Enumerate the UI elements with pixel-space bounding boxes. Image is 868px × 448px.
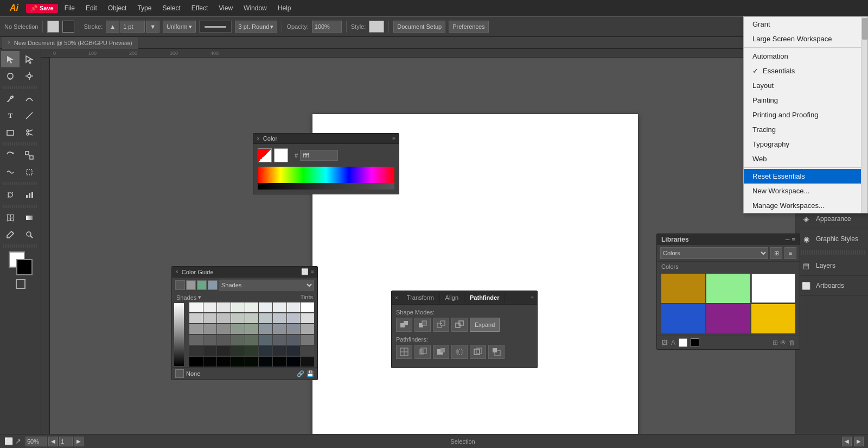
- cg-cell[interactable]: [189, 357, 203, 367]
- cg-swatch-4[interactable]: [208, 280, 218, 290]
- minus-back-btn[interactable]: [488, 345, 505, 359]
- library-color-5[interactable]: [706, 304, 750, 333]
- pathfinder-menu[interactable]: ≡: [531, 295, 534, 301]
- document-setup-btn[interactable]: Document Setup: [393, 21, 445, 33]
- cg-link-icon[interactable]: 🔗: [297, 370, 304, 377]
- brush-type-btn[interactable]: 3 pt. Round ▾: [235, 21, 278, 33]
- select-tool[interactable]: [1, 51, 20, 67]
- dropdown-grant[interactable]: Grant: [744, 17, 867, 31]
- outline-btn[interactable]: [470, 345, 486, 359]
- cg-cell[interactable]: [301, 302, 314, 312]
- dropdown-large-screen[interactable]: Large Screen Workspace: [744, 31, 867, 46]
- pen-tool[interactable]: [1, 91, 20, 107]
- menu-view[interactable]: View: [214, 3, 237, 13]
- trim-btn[interactable]: [414, 345, 431, 359]
- divide-btn[interactable]: [396, 345, 412, 359]
- color-stroke-swatch[interactable]: [274, 148, 288, 162]
- intersect-btn[interactable]: [433, 318, 449, 332]
- lib-add-icon[interactable]: 🖼: [661, 339, 668, 346]
- libraries-list-view[interactable]: ≡: [784, 247, 796, 259]
- opacity-input[interactable]: [312, 21, 342, 33]
- libraries-menu[interactable]: ≡: [792, 236, 795, 243]
- cg-cell[interactable]: [259, 357, 272, 367]
- libraries-collapse[interactable]: ─: [786, 236, 790, 243]
- zoom-prev-btn[interactable]: ◀: [48, 437, 58, 446]
- cg-cell[interactable]: [203, 335, 217, 345]
- menu-effect[interactable]: Effect: [187, 3, 212, 13]
- stroke-type-btn[interactable]: Uniform ▾: [163, 21, 196, 33]
- cg-cell[interactable]: [287, 346, 301, 356]
- color-spectrum-dark[interactable]: [258, 183, 394, 190]
- cg-cell[interactable]: [231, 302, 245, 312]
- cg-cell[interactable]: [273, 302, 286, 312]
- color-panel-close[interactable]: ×: [257, 136, 260, 142]
- cg-cell[interactable]: [273, 346, 286, 356]
- cg-cell[interactable]: [301, 313, 314, 323]
- stroke-style-preview[interactable]: [199, 21, 232, 33]
- cg-cell[interactable]: [231, 313, 245, 323]
- cg-swatch-1[interactable]: [175, 280, 185, 290]
- color-spectrum[interactable]: [258, 167, 394, 183]
- color-guide-close[interactable]: ×: [175, 269, 178, 275]
- lib-trash-icon[interactable]: 🗑: [789, 339, 795, 346]
- lib-eye-icon[interactable]: 👁: [780, 339, 787, 346]
- cg-cell[interactable]: [231, 335, 245, 345]
- zoom-input[interactable]: [25, 437, 47, 446]
- cg-cell[interactable]: [231, 346, 245, 356]
- cg-cell[interactable]: [217, 335, 231, 345]
- menu-object[interactable]: Object: [104, 3, 131, 13]
- cg-cell[interactable]: [259, 324, 272, 334]
- lasso-tool[interactable]: [1, 68, 20, 84]
- cg-cell[interactable]: [259, 346, 272, 356]
- dropdown-printing[interactable]: Printing and Proofing: [744, 108, 867, 122]
- exclude-btn[interactable]: [451, 318, 468, 332]
- warp-tool[interactable]: [1, 164, 20, 180]
- cg-cell[interactable]: [203, 302, 217, 312]
- line-tool[interactable]: [20, 108, 39, 124]
- style-swatch[interactable]: [369, 21, 384, 33]
- pathfinder-close[interactable]: ×: [395, 295, 398, 301]
- save-pin-button[interactable]: 📌 Save: [26, 4, 58, 13]
- magic-wand-tool[interactable]: [20, 68, 39, 84]
- cg-cell[interactable]: [189, 313, 203, 323]
- cg-cell[interactable]: [217, 313, 231, 323]
- cg-swatch-3[interactable]: [197, 280, 207, 290]
- unite-btn[interactable]: [396, 318, 412, 332]
- background-color[interactable]: [16, 259, 33, 275]
- minus-front-btn[interactable]: [414, 318, 431, 332]
- eyedropper-tool[interactable]: [1, 226, 20, 243]
- cg-cell[interactable]: [273, 335, 286, 345]
- stroke-value-input[interactable]: [120, 21, 145, 33]
- cg-cell[interactable]: [259, 335, 272, 345]
- zoom-next-btn[interactable]: ▶: [74, 437, 84, 446]
- cg-cell[interactable]: [231, 357, 245, 367]
- gradient-bar[interactable]: [174, 303, 184, 366]
- dropdown-automation[interactable]: Automation: [744, 49, 867, 64]
- dropdown-new-workspace[interactable]: New Workspace...: [744, 184, 867, 198]
- menu-help[interactable]: Help: [273, 3, 296, 13]
- cg-cell[interactable]: [301, 357, 314, 367]
- stroke-down-btn[interactable]: ▼: [146, 21, 159, 33]
- color-guide-expand[interactable]: ⬜: [301, 268, 309, 275]
- cg-cell[interactable]: [189, 302, 203, 312]
- panel-layers[interactable]: ▤ Layers: [795, 256, 868, 276]
- dropdown-manage-workspaces[interactable]: Manage Workspaces...: [744, 198, 867, 213]
- dropdown-scrollbar[interactable]: [861, 17, 867, 213]
- cg-cell[interactable]: [287, 313, 301, 323]
- cg-cell[interactable]: [245, 302, 259, 312]
- cg-cell[interactable]: [301, 346, 314, 356]
- tab-close-icon[interactable]: ×: [8, 40, 11, 46]
- cg-cell[interactable]: [245, 313, 259, 323]
- menu-type[interactable]: Type: [133, 3, 156, 13]
- expand-btn[interactable]: Expand: [470, 318, 500, 332]
- shades-dropdown[interactable]: Shades ▾: [176, 294, 201, 301]
- color-panel-header[interactable]: × Color ≡: [253, 134, 399, 144]
- libraries-dropdown[interactable]: Colors: [660, 247, 768, 259]
- direct-select-tool[interactable]: [20, 51, 39, 67]
- cg-cell[interactable]: [287, 335, 301, 345]
- fill-color-swatch[interactable]: [47, 21, 59, 33]
- library-color-6[interactable]: [751, 304, 795, 333]
- panel-artboards[interactable]: ⬜ Artboards: [795, 276, 868, 296]
- cg-cell[interactable]: [203, 324, 217, 334]
- dropdown-tracing[interactable]: Tracing: [744, 122, 867, 137]
